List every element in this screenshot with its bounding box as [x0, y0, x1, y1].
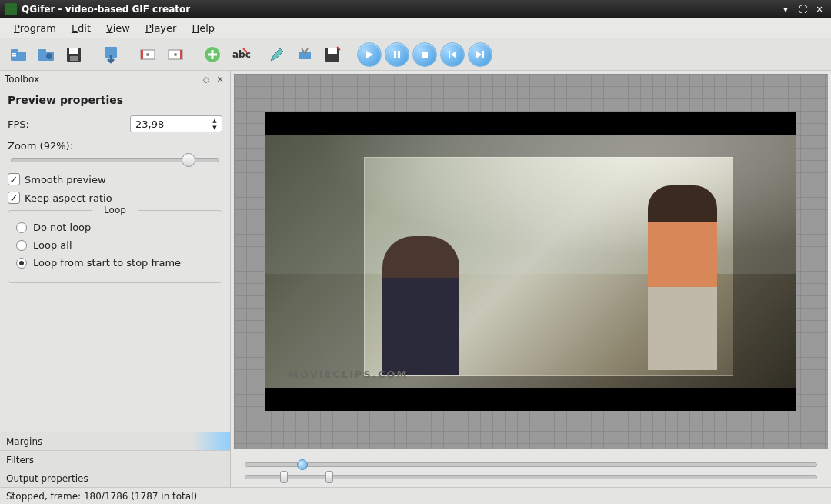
pause-button[interactable]	[385, 42, 409, 67]
save-button[interactable]	[62, 42, 86, 67]
playhead-slider[interactable]	[245, 462, 817, 467]
loop-radio-all[interactable]	[16, 240, 27, 251]
svg-rect-12	[141, 50, 143, 59]
svg-rect-15	[180, 50, 182, 59]
loop-option-all: Loop all	[33, 239, 72, 251]
svg-rect-22	[394, 51, 396, 58]
tool-filter-button[interactable]	[292, 42, 317, 67]
crop-selection[interactable]	[364, 157, 733, 376]
smooth-preview-label: Smooth preview	[25, 174, 106, 185]
svg-rect-9	[70, 56, 78, 61]
tool-save-frame-button[interactable]	[320, 42, 345, 67]
preview-properties-panel: Preview properties FPS: 23,98 ▲▼ Zoom (9…	[0, 88, 230, 432]
svg-rect-21	[328, 48, 337, 54]
svg-rect-26	[482, 51, 484, 58]
svg-rect-2	[12, 53, 16, 55]
titlebar: QGifer - video-based GIF creator ▾ ⛶ ✕	[0, 0, 831, 18]
loop-option-range: Loop from start to stop frame	[33, 257, 181, 269]
stop-button[interactable]	[412, 42, 437, 67]
fps-spinbox[interactable]: 23,98 ▲▼	[130, 115, 222, 132]
svg-text:abc: abc	[232, 49, 251, 60]
tab-output-properties[interactable]: Output properties	[0, 469, 230, 487]
export-gif-button[interactable]	[98, 42, 123, 67]
keep-aspect-label: Keep aspect ratio	[25, 192, 112, 204]
svg-point-13	[146, 53, 149, 56]
sidebar-tabs: Margins Filters Output properties	[0, 432, 230, 487]
set-stop-button[interactable]	[163, 42, 188, 67]
play-button[interactable]	[357, 42, 382, 67]
smooth-preview-checkbox[interactable]: ✓	[8, 173, 20, 185]
toolbox-title: Toolbox	[5, 74, 198, 85]
loop-group-title: Loop	[92, 205, 138, 215]
range-end-handle[interactable]	[325, 471, 333, 483]
menu-edit[interactable]: Edit	[64, 19, 98, 37]
svg-rect-25	[449, 51, 450, 58]
menu-view[interactable]: View	[98, 19, 138, 37]
tab-filters[interactable]: Filters	[0, 450, 230, 469]
open-video-button[interactable]	[34, 42, 58, 67]
watermark-text: MOVIECLIPS.COM	[289, 369, 408, 380]
sidebar: Toolbox ◇ ✕ Preview properties FPS: 23,9…	[0, 71, 231, 487]
maximize-button[interactable]: ⛶	[796, 3, 809, 15]
svg-point-6	[46, 53, 52, 59]
svg-rect-5	[38, 49, 46, 53]
loop-option-none: Do not loop	[33, 222, 91, 233]
statusbar: Stopped, frame: 180/1786 (1787 in total)	[0, 487, 831, 504]
zoom-slider-thumb[interactable]	[182, 153, 195, 167]
tab-margins[interactable]: Margins	[0, 432, 230, 450]
timeline-area	[231, 452, 831, 487]
add-object-button[interactable]	[200, 42, 225, 67]
range-start-handle[interactable]	[280, 471, 288, 483]
undock-icon[interactable]: ◇	[201, 74, 212, 85]
next-frame-button[interactable]	[468, 42, 492, 67]
window-title: QGifer - video-based GIF creator	[22, 4, 776, 15]
zoom-slider[interactable]	[11, 158, 219, 162]
tool-brush-button[interactable]	[265, 42, 289, 67]
menu-program[interactable]: Program	[6, 19, 64, 37]
set-start-button[interactable]	[135, 42, 160, 67]
spin-up-icon[interactable]: ▲	[209, 117, 220, 124]
svg-rect-24	[422, 52, 428, 58]
svg-rect-8	[69, 48, 78, 54]
minimize-button[interactable]: ▾	[779, 3, 793, 15]
open-project-button[interactable]	[6, 42, 31, 67]
prev-frame-button[interactable]	[440, 42, 465, 67]
loop-radio-range[interactable]	[16, 258, 27, 269]
playhead-thumb[interactable]	[297, 459, 308, 470]
svg-rect-1	[11, 49, 18, 53]
status-text: Stopped, frame: 180/1786 (1787 in total)	[6, 491, 197, 502]
main-area: MOVIECLIPS.COM	[231, 71, 831, 487]
preview-canvas[interactable]: MOVIECLIPS.COM	[234, 74, 828, 449]
keep-aspect-checkbox[interactable]: ✓	[8, 192, 20, 204]
loop-group: Loop Do not loop Loop all Loop from star…	[8, 210, 222, 283]
menu-player[interactable]: Player	[138, 19, 184, 37]
fps-label: FPS:	[8, 118, 29, 130]
app-icon	[5, 3, 17, 15]
preview-properties-title: Preview properties	[8, 94, 222, 106]
menu-help[interactable]: Help	[184, 19, 222, 37]
add-text-button[interactable]: abc	[228, 42, 252, 67]
svg-rect-3	[12, 55, 16, 57]
close-button[interactable]: ✕	[813, 3, 826, 15]
zoom-label: Zoom (92%):	[8, 140, 222, 152]
range-slider[interactable]	[245, 475, 817, 479]
loop-radio-none[interactable]	[16, 222, 27, 233]
menubar: Program Edit View Player Help	[0, 18, 831, 38]
fps-value: 23,98	[135, 118, 164, 130]
svg-rect-23	[398, 51, 400, 58]
toolbar: abc	[0, 38, 831, 71]
spin-down-icon[interactable]: ▼	[209, 124, 220, 131]
close-toolbox-icon[interactable]: ✕	[215, 74, 225, 85]
toolbox-header: Toolbox ◇ ✕	[0, 71, 230, 88]
svg-point-16	[174, 53, 177, 56]
video-frame: MOVIECLIPS.COM	[265, 112, 796, 411]
